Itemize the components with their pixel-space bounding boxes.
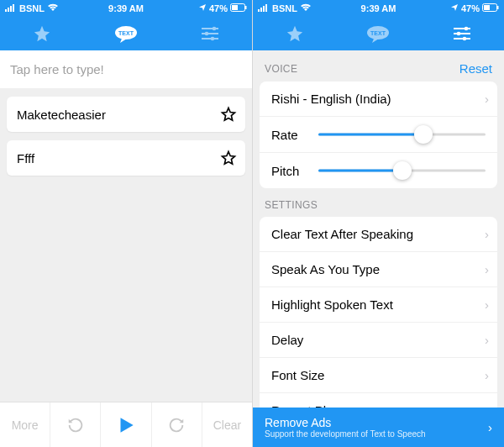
battery-label: 47% (209, 3, 228, 13)
location-icon (450, 3, 459, 13)
chevron-right-icon: › (485, 333, 489, 347)
rate-label: Rate (271, 128, 307, 142)
svg-rect-17 (263, 6, 265, 12)
svg-point-14 (211, 37, 215, 41)
tab-text[interactable]: TEXT (109, 22, 143, 45)
settings-row[interactable]: Speak As You Type› (260, 251, 497, 287)
svg-point-27 (465, 27, 469, 31)
text-input[interactable]: Tap here to type! (0, 50, 252, 88)
settings-row[interactable]: Delay› (260, 322, 497, 357)
svg-point-13 (205, 32, 209, 36)
tab-settings[interactable] (445, 22, 479, 45)
battery-icon (230, 3, 247, 13)
svg-rect-16 (260, 8, 262, 12)
pitch-label: Pitch (271, 164, 307, 178)
rewind-button[interactable] (50, 402, 100, 447)
svg-rect-5 (245, 6, 247, 9)
star-icon[interactable] (220, 150, 237, 166)
svg-rect-6 (232, 5, 238, 10)
clear-button[interactable]: Clear (202, 402, 252, 447)
svg-rect-3 (13, 4, 14, 12)
nav-bar: TEXT (0, 17, 252, 50)
remove-ads-subtitle: Support the development of Text to Speec… (265, 429, 426, 439)
chevron-right-icon: › (488, 420, 492, 434)
wifi-icon (300, 3, 312, 13)
star-icon[interactable] (220, 106, 237, 123)
battery-icon (482, 3, 499, 13)
svg-rect-0 (5, 9, 7, 12)
forward-button[interactable] (151, 402, 202, 447)
svg-rect-2 (10, 6, 12, 12)
phrase-text: Ffff (17, 151, 34, 166)
status-bar: BSNL 9:39 AM 47% (0, 0, 252, 17)
pitch-row: Pitch (260, 152, 497, 188)
tab-settings[interactable] (193, 22, 227, 45)
svg-point-28 (457, 32, 461, 36)
phone-right: BSNL 9:39 AM 47% TEXT VOICE (252, 0, 504, 447)
reset-button[interactable]: Reset (459, 61, 492, 76)
voice-section-label: VOICE (265, 63, 297, 75)
rate-slider[interactable] (318, 125, 486, 144)
svg-rect-15 (258, 9, 260, 12)
phone-left: BSNL 9:39 AM 47% TEXT Tap here to type (0, 0, 252, 447)
phrase-item[interactable]: Ffff (7, 140, 245, 176)
settings-row[interactable]: Font Size› (260, 357, 497, 392)
more-button[interactable]: More (0, 402, 50, 447)
settings-row[interactable]: Clear Text After Speaking› (260, 217, 497, 251)
phrase-text: Maketecheasier (17, 108, 106, 122)
tab-favorites[interactable] (25, 22, 59, 45)
settings-group: Clear Text After Speaking› Speak As You … (260, 217, 497, 428)
tab-text[interactable]: TEXT (361, 22, 395, 45)
play-button[interactable] (100, 402, 150, 447)
voice-name: Rishi - English (India) (271, 92, 391, 106)
signal-icon (5, 3, 17, 13)
bottom-toolbar: More Clear (0, 402, 252, 447)
svg-point-12 (213, 27, 217, 31)
carrier-label: BSNL (19, 3, 45, 13)
rate-row: Rate (260, 116, 497, 152)
chevron-right-icon: › (485, 92, 489, 106)
location-icon (198, 3, 207, 13)
wifi-icon (47, 3, 59, 13)
pitch-slider[interactable] (318, 161, 486, 180)
remove-ads-banner[interactable]: Remove Ads Support the development of Te… (253, 408, 504, 447)
svg-text:TEXT: TEXT (371, 30, 387, 36)
svg-text:TEXT: TEXT (118, 30, 134, 36)
svg-rect-21 (484, 5, 490, 10)
settings-section-label: SETTINGS (265, 199, 318, 211)
remove-ads-title: Remove Ads (265, 416, 426, 429)
nav-bar: TEXT (253, 17, 504, 50)
svg-point-29 (463, 37, 467, 41)
phrase-item[interactable]: Maketecheasier (7, 97, 245, 132)
svg-rect-18 (265, 4, 267, 12)
chevron-right-icon: › (485, 368, 489, 382)
phrase-list: Maketecheasier Ffff (0, 88, 252, 192)
svg-rect-1 (8, 8, 9, 12)
signal-icon (258, 3, 270, 13)
battery-label: 47% (461, 3, 480, 13)
tab-favorites[interactable] (278, 22, 312, 45)
svg-rect-20 (497, 6, 499, 9)
chevron-right-icon: › (485, 297, 489, 312)
settings-row[interactable]: Highlight Spoken Text› (260, 287, 497, 322)
chevron-right-icon: › (485, 227, 489, 241)
chevron-right-icon: › (485, 262, 489, 276)
voice-selector[interactable]: Rishi - English (India) › (260, 82, 497, 116)
status-bar: BSNL 9:39 AM 47% (253, 0, 504, 17)
carrier-label: BSNL (272, 3, 297, 13)
voice-group: Rishi - English (India) › Rate Pitch (260, 82, 497, 188)
